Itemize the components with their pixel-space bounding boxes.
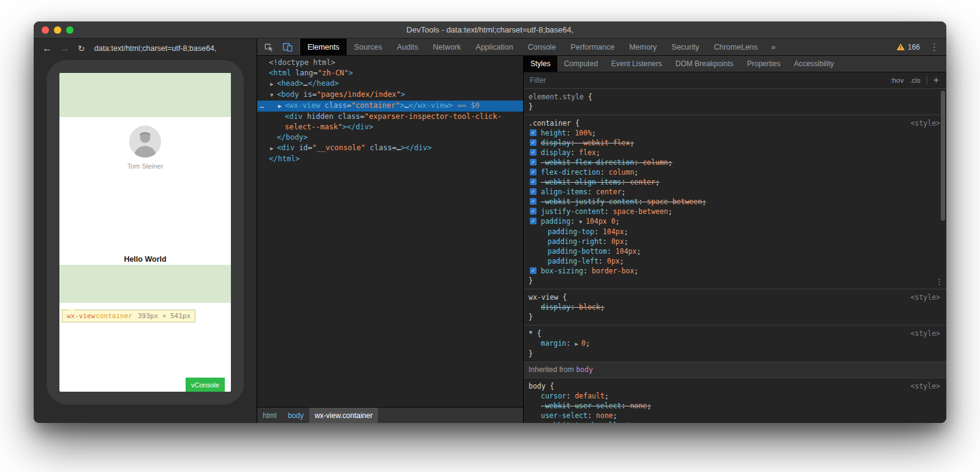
property-checkbox[interactable]: ✓ (530, 169, 537, 175)
node-more-actions-icon[interactable]: … (260, 101, 264, 111)
device-screen[interactable]: Tom Steiner Hello World wx-view containe… (59, 73, 231, 392)
inspect-element-icon[interactable] (262, 40, 277, 54)
css-property[interactable]: ✓height: 100%; (529, 128, 941, 138)
dom-node-html-close[interactable]: </html> (257, 154, 523, 164)
inherited-from-bar: Inherited from body (524, 362, 946, 378)
collapsed-arrow-icon[interactable]: ▶ (270, 79, 277, 89)
dom-node-head[interactable]: ▶<head>…</head> (257, 78, 523, 89)
sidebar-tab-dom-breakpoints[interactable]: DOM Breakpoints (669, 56, 741, 72)
css-property[interactable]: cursor: default; (529, 391, 941, 401)
css-property[interactable]: ✓flex-direction: column; (529, 167, 941, 177)
dom-node-vconsole-div[interactable]: ▶<div id="__vconsole" class=…></div> (257, 143, 523, 154)
back-icon[interactable]: ← (42, 44, 52, 53)
css-property[interactable]: ✓padding: ▼ 104px 0; (529, 216, 941, 227)
property-checkbox[interactable]: ✓ (530, 178, 537, 185)
css-property[interactable]: ✓display: -webkit-flex; (529, 138, 941, 148)
expanded-arrow-icon[interactable]: ▼ (579, 219, 586, 225)
collapsed-arrow-icon[interactable]: ▶ (278, 101, 285, 112)
zoom-button[interactable] (66, 26, 74, 34)
property-checkbox[interactable]: ✓ (530, 208, 537, 215)
minimize-button[interactable] (54, 26, 61, 34)
dom-node-body-close[interactable]: </body> (257, 132, 523, 143)
css-property[interactable]: ✓display: flex; (529, 148, 941, 158)
property-checkbox[interactable]: ✓ (530, 198, 537, 205)
css-property[interactable]: padding-bottom: 104px; (529, 246, 941, 256)
css-property[interactable]: ✓justify-content: space-between; (529, 207, 941, 216)
breadcrumb-body[interactable]: body (282, 408, 309, 423)
tab-elements[interactable]: Elements (300, 39, 347, 55)
device-toolbar-icon[interactable] (280, 40, 295, 54)
breadcrumb-wx-view-container[interactable]: wx-view.container (309, 408, 379, 423)
css-property[interactable]: ✓-webkit-flex-direction: column; (529, 158, 941, 167)
tab-performance[interactable]: Performance (564, 39, 622, 55)
dom-node-doctype[interactable]: <!doctype html> (257, 58, 523, 68)
dom-node-body-open[interactable]: ▼<body is="pages/index/index"> (257, 89, 523, 101)
new-style-rule-button[interactable]: + (933, 75, 939, 86)
css-property[interactable]: -webkit-touch-callout: none; (529, 421, 941, 423)
stylesheet-origin-link[interactable]: <style> (911, 118, 940, 128)
toggle-class-button[interactable]: .cls (910, 77, 920, 84)
collapsed-arrow-icon[interactable]: ▶ (575, 341, 581, 347)
forward-icon[interactable]: → (60, 44, 70, 53)
css-property[interactable]: margin: ▶ 0; (529, 338, 941, 349)
css-property[interactable]: padding-left: 0px; (529, 256, 941, 266)
css-property[interactable]: ✓-webkit-align-items: center; (529, 177, 941, 187)
css-selector[interactable]: * (529, 329, 533, 338)
tab-sources[interactable]: Sources (347, 39, 390, 55)
dom-node-html-open[interactable]: <html lang="zh-CN"> (257, 68, 523, 78)
property-checkbox[interactable]: ✓ (530, 149, 537, 156)
css-property[interactable]: ✓-webkit-justify-content: space-between; (529, 197, 941, 207)
close-button[interactable] (42, 26, 49, 34)
property-checkbox[interactable]: ✓ (530, 139, 537, 146)
css-property[interactable]: ✓align-items: center; (529, 187, 941, 197)
stylesheet-origin-link[interactable]: <style> (911, 381, 940, 391)
css-property[interactable]: padding-top: 104px; (529, 227, 941, 237)
dom-node-mask-div[interactable]: <div hidden class="exparser-inspector-to… (257, 112, 523, 122)
sidebar-tab-properties[interactable]: Properties (740, 56, 787, 72)
css-selector[interactable]: body (529, 382, 546, 390)
css-selector[interactable]: wx-view (529, 293, 558, 302)
dom-node-mask-div-wrap[interactable]: select--mask"></div> (257, 122, 523, 132)
expanded-arrow-icon[interactable]: ▼ (270, 90, 277, 101)
tab-security[interactable]: Security (664, 39, 706, 55)
collapsed-arrow-icon[interactable]: ▶ (270, 143, 277, 154)
warning-badge[interactable]: 166 (897, 43, 920, 51)
property-checkbox[interactable]: ✓ (530, 159, 537, 166)
tab-console[interactable]: Console (521, 39, 564, 55)
breadcrumb-html[interactable]: html (257, 408, 282, 423)
property-checkbox[interactable]: ✓ (530, 218, 537, 224)
titlebar[interactable]: DevTools - data:text/html;charset=utf-8;… (34, 21, 946, 39)
tab-network[interactable]: Network (426, 39, 469, 55)
tab-application[interactable]: Application (469, 39, 521, 55)
toggle-hover-state-button[interactable]: :hov (891, 77, 904, 84)
css-property[interactable]: padding-right: 0px; (529, 237, 941, 246)
vconsole-button[interactable]: vConsole (186, 378, 225, 392)
kebab-menu-icon[interactable]: ⋮ (930, 42, 939, 51)
rule-overflow-menu-icon[interactable]: ⋮ (935, 277, 943, 287)
stylesheet-origin-link[interactable]: <style> (911, 329, 940, 338)
stylesheet-origin-link[interactable]: <style> (911, 292, 940, 302)
url-field[interactable]: data:text/html;charset=utf-8;base64, (94, 44, 217, 53)
sidebar-tab-styles[interactable]: Styles (524, 56, 557, 72)
reload-icon[interactable]: ↻ (78, 44, 85, 53)
property-checkbox[interactable]: ✓ (530, 267, 537, 274)
css-property[interactable]: ✓box-sizing: border-box; (529, 266, 941, 276)
sidebar-tab-computed[interactable]: Computed (557, 56, 605, 72)
inherited-body-link[interactable]: body (576, 365, 593, 374)
css-selector[interactable]: .container (529, 119, 571, 128)
sidebar-tab-event-listeners[interactable]: Event Listeners (605, 56, 669, 72)
css-property[interactable]: -webkit-user-select: none; (529, 401, 941, 411)
tab-audits[interactable]: Audits (390, 39, 426, 55)
more-tabs-icon[interactable]: » (765, 39, 782, 55)
tab-chromelens[interactable]: ChromeLens (706, 39, 765, 55)
css-property[interactable]: display: block; (529, 302, 941, 312)
tab-memory[interactable]: Memory (622, 39, 664, 55)
styles-filter-input[interactable] (530, 76, 886, 85)
css-selector[interactable]: element.style (529, 93, 584, 101)
property-checkbox[interactable]: ✓ (530, 129, 537, 136)
styles-scrollbar[interactable] (941, 91, 945, 221)
property-checkbox[interactable]: ✓ (530, 188, 537, 195)
css-property[interactable]: user-select: none; (529, 411, 941, 421)
sidebar-tab-accessibility[interactable]: Accessibility (787, 56, 840, 72)
dom-node-wx-view[interactable]: …▶<wx-view class="container">…</wx-view>… (257, 101, 523, 112)
